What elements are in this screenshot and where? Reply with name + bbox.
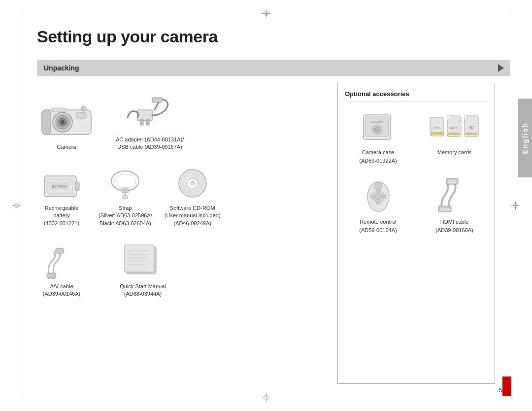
quickstart-label: Quick Start Manual(AD68-03944A) [120, 283, 166, 298]
optional-title: Optional accessories [345, 90, 488, 102]
svg-text:MMC: MMC [433, 126, 440, 129]
page-number: 5 [499, 386, 502, 394]
unpacking-label: Unpacking [44, 64, 79, 72]
svg-rect-14 [75, 182, 79, 191]
svg-rect-12 [152, 98, 162, 103]
svg-point-26 [191, 181, 195, 185]
battery-label: Rechargeablebattery(4302-001221) [44, 205, 79, 227]
svg-rect-7 [42, 110, 51, 135]
remote-control-item: Remote control(AD59-00164A) [345, 174, 411, 234]
av-cable-image [42, 244, 81, 279]
svg-point-60 [376, 201, 380, 205]
svg-rect-33 [125, 245, 154, 272]
optional-accessories-box: Optional accessories SAMSUNG [337, 83, 495, 384]
crosshair-right [511, 201, 520, 210]
english-tab: English [518, 99, 532, 177]
camera-case-item: SAMSUNG Camera case(AD69-01922A) [345, 110, 411, 165]
strap-item: Strap(Silver: AD63-02596A/Black: AD63-02… [99, 166, 152, 227]
svg-point-8 [81, 106, 86, 111]
av-cable-label: A/V cable(AD39-00146A) [43, 283, 80, 298]
item-row-1: Camera [37, 93, 328, 151]
battery-item: BATTERY Rechargeablebattery(4302-001221) [37, 171, 86, 227]
ac-adapter-label: AC adapter (AD44-00131A)/USB cable (AD39… [116, 136, 184, 151]
camera-case-label: Camera case(AD69-01922A) [359, 148, 397, 165]
svg-text:BATTERY: BATTERY [52, 185, 67, 188]
software-label: Software CD-ROM(User manual included)(AD… [165, 205, 221, 227]
svg-rect-22 [123, 196, 128, 199]
unpacking-arrow [498, 64, 504, 72]
main-content: Camera [37, 83, 495, 384]
svg-rect-11 [146, 119, 149, 125]
svg-rect-6 [52, 108, 66, 112]
page-number-bar [502, 377, 511, 396]
camera-image [37, 100, 96, 139]
optional-grid: SAMSUNG Camera case(AD69-01922A) MMC [345, 110, 488, 234]
svg-rect-9 [137, 110, 152, 121]
svg-rect-31 [56, 248, 64, 253]
svg-rect-66 [448, 180, 456, 183]
language-label: English [521, 122, 529, 154]
battery-image: BATTERY [42, 171, 81, 201]
svg-rect-5 [76, 112, 86, 118]
memory-cards-image: MMC SDHC SD [428, 110, 482, 144]
svg-rect-65 [440, 208, 449, 211]
svg-point-43 [374, 127, 380, 133]
camera-case-image: SAMSUNG [359, 110, 398, 144]
svg-point-62 [382, 195, 386, 199]
svg-point-4 [61, 120, 65, 124]
svg-rect-10 [140, 119, 143, 125]
software-image [173, 166, 212, 201]
memory-cards-item: MMC SDHC SD [421, 110, 488, 165]
hdmi-cable-label: HDMI cable(AD39-00160A) [435, 218, 473, 234]
page-title: Setting up your camera [37, 27, 218, 46]
remote-control-image [361, 174, 396, 214]
memory-cards-label: Memory cards [437, 148, 472, 157]
svg-rect-46 [431, 132, 443, 135]
svg-point-29 [48, 278, 51, 279]
svg-text:SAMSUNG: SAMSUNG [371, 120, 383, 123]
quickstart-image [121, 242, 165, 279]
crosshair-bottom [262, 393, 270, 402]
hdmi-cable-image [432, 174, 477, 214]
svg-rect-28 [47, 273, 56, 278]
svg-text:SDHC: SDHC [450, 126, 459, 129]
svg-rect-54 [466, 133, 477, 135]
ac-adapter-image [123, 93, 177, 132]
item-row-2: BATTERY Rechargeablebattery(4302-001221) [37, 166, 328, 227]
svg-rect-50 [448, 133, 460, 135]
ac-adapter-item: AC adapter (AD44-00131A)/USB cable (AD39… [116, 93, 184, 151]
crosshair-left [12, 201, 21, 210]
av-cable-item: A/V cable(AD39-00146A) [37, 244, 86, 298]
svg-point-58 [375, 194, 381, 200]
hdmi-cable-item: HDMI cable(AD39-00160A) [421, 174, 488, 234]
strap-image [105, 166, 145, 201]
crosshair-top [262, 9, 270, 18]
svg-point-59 [376, 189, 380, 193]
svg-point-19 [114, 174, 136, 188]
quickstart-item: Quick Start Manual(AD68-03944A) [118, 242, 167, 298]
svg-point-30 [52, 278, 55, 279]
svg-text:SD: SD [469, 126, 474, 129]
remote-control-label: Remote control(AD59-00164A) [359, 218, 397, 234]
svg-point-61 [370, 195, 374, 199]
camera-item: Camera [37, 100, 96, 151]
camera-label: Camera [57, 143, 76, 151]
unpacking-bar: Unpacking [37, 60, 510, 76]
strap-label: Strap(Silver: AD63-02596A/Black: AD63-02… [99, 205, 152, 227]
items-section: Camera [37, 83, 328, 384]
software-item: Software CD-ROM(User manual included)(AD… [165, 166, 221, 227]
item-row-3: A/V cable(AD39-00146A) [37, 242, 328, 298]
